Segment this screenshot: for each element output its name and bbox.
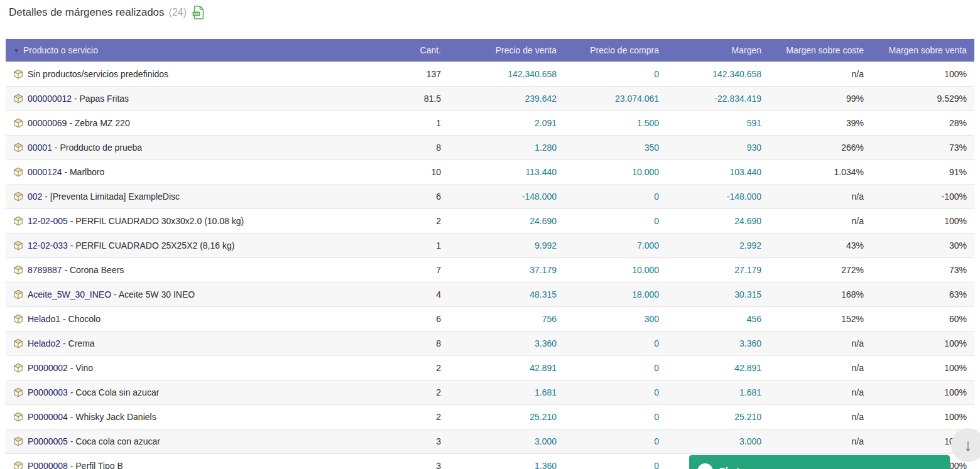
cell-precio-venta: 1.280 <box>449 136 564 160</box>
product-ref-link[interactable]: 8789887 <box>28 265 62 275</box>
margins-table-container: ▼Producto o servicio Cant. Precio de ven… <box>6 39 974 469</box>
column-header-margen-venta[interactable]: Margen sobre venta <box>871 39 974 62</box>
product-cube-icon <box>13 191 23 202</box>
cell-margen: 456 <box>667 307 769 332</box>
product-ref-link[interactable]: Helado1 <box>28 314 60 324</box>
table-row: 8789887 - Corona Beers 7 37.179 10.000 2… <box>6 258 974 283</box>
cell-margen: 24.690 <box>667 209 769 234</box>
cell-margen: 1.681 <box>667 380 769 405</box>
cell-margen-venta: -100% <box>871 185 974 209</box>
product-ref-link[interactable]: P0000005 <box>28 436 68 446</box>
margins-table: ▼Producto o servicio Cant. Precio de ven… <box>6 39 974 469</box>
cell-precio-compra: 0 <box>564 380 667 405</box>
product-ref-link[interactable]: 12-02-033 <box>28 240 68 251</box>
cell-margen-coste: n/a <box>769 405 871 429</box>
cell-margen-coste: n/a <box>769 332 871 356</box>
product-name: - Crema <box>60 338 94 348</box>
product-name: - Whisky Jack Daniels <box>68 412 156 422</box>
cell-precio-compra: 350 <box>564 136 667 160</box>
product-cube-icon <box>13 314 23 324</box>
cell-precio-compra: 1.500 <box>564 111 667 136</box>
product-ref-link[interactable]: 0000124 <box>28 167 62 177</box>
cell-margen-venta: 100% <box>871 332 974 356</box>
cell-margen-coste: 152% <box>769 307 871 332</box>
product-ref-link[interactable]: Aceite_5W_30_INEO <box>28 289 111 299</box>
chat-widget-label: Chat <box>719 463 739 469</box>
cell-margen: 103.440 <box>667 160 769 185</box>
product-cube-icon <box>13 240 23 251</box>
cell-margen-venta: 9.529% <box>871 87 974 111</box>
product-ref-link[interactable]: 00001 <box>28 143 52 153</box>
cell-margen-venta: 91% <box>871 160 974 185</box>
cell-cant: 2 <box>389 380 449 405</box>
cell-precio-venta: 24.690 <box>449 209 564 234</box>
cell-margen-venta: 60% <box>871 307 974 332</box>
cell-cant: 7 <box>389 258 449 283</box>
cell-margen-coste: 272% <box>769 258 871 283</box>
column-header-cant[interactable]: Cant. <box>389 39 449 62</box>
cell-margen-coste: n/a <box>769 185 871 209</box>
cell-margen: 2.992 <box>667 234 769 258</box>
product-name: - Zebra MZ 220 <box>67 118 129 128</box>
cell-precio-compra: 0 <box>564 356 667 380</box>
product-cube-icon <box>13 363 23 373</box>
product-ref-link[interactable]: Helado2 <box>28 338 60 348</box>
product-ref-link[interactable]: 00000069 <box>28 118 67 128</box>
cell-precio-compra: 18.000 <box>564 283 667 307</box>
product-cube-icon <box>13 412 23 422</box>
cell-cant: 6 <box>389 307 449 332</box>
table-row: P0000002 - Vino 2 42.891 0 42.891 n/a 10… <box>6 356 974 380</box>
product-cube-icon <box>13 69 23 79</box>
cell-margen-venta: 28% <box>871 111 974 136</box>
cell-margen-venta: 73% <box>871 258 974 283</box>
product-ref-link[interactable]: P0000004 <box>28 412 68 422</box>
column-header-margen-coste[interactable]: Margen sobre coste <box>769 39 871 62</box>
table-row: 12-02-033 - PERFIL CUADRADO 25X25X2 (8,1… <box>6 234 974 258</box>
cell-cant: 6 <box>389 185 449 209</box>
product-cube-icon <box>13 143 23 153</box>
table-row: P0000005 - Coca cola con azucar 3 3.000 … <box>6 429 974 454</box>
cell-margen-coste: n/a <box>769 62 871 87</box>
chat-widget-toast[interactable]: Chat <box>689 455 950 469</box>
product-ref-link[interactable]: 000000012 <box>28 94 72 104</box>
cell-precio-compra: 7.000 <box>564 234 667 258</box>
cell-margen-coste: n/a <box>769 356 871 380</box>
column-header-precio-compra[interactable]: Precio de compra <box>564 39 667 62</box>
product-ref-link[interactable]: P0000003 <box>28 387 68 397</box>
column-header-margen[interactable]: Margen <box>667 39 769 62</box>
table-row: Aceite_5W_30_INEO - Aceite 5W 30 INEO 4 … <box>6 283 974 307</box>
product-ref-link[interactable]: 12-02-005 <box>28 216 68 226</box>
table-row: Helado2 - Crema 8 3.360 0 3.360 n/a 100% <box>6 332 974 356</box>
cell-cant: 8 <box>389 136 449 160</box>
product-name: - Corona Beers <box>62 265 124 275</box>
cell-margen-coste: 39% <box>769 111 871 136</box>
cell-margen-coste: 266% <box>769 136 871 160</box>
cell-precio-compra: 0 <box>564 454 667 469</box>
cell-margen: 3.360 <box>667 332 769 356</box>
cell-precio-venta: 1.360 <box>449 454 564 469</box>
cell-precio-venta: 113.440 <box>449 160 564 185</box>
page-title: Detalles de márgenes realizados <box>9 6 165 19</box>
cell-margen-venta: 73% <box>871 136 974 160</box>
cell-margen-coste: 1.034% <box>769 160 871 185</box>
cell-margen: -22.834.419 <box>667 87 769 111</box>
product-ref-link[interactable]: P0000002 <box>28 363 68 373</box>
product-ref-link[interactable]: P0000008 <box>28 461 68 469</box>
cell-margen: 42.891 <box>667 356 769 380</box>
column-header-precio-venta[interactable]: Precio de venta <box>449 39 564 62</box>
csv-export-icon[interactable]: csv <box>192 6 204 19</box>
cell-precio-venta: 48.315 <box>449 283 564 307</box>
cell-margen-venta: 100% <box>871 356 974 380</box>
scroll-down-button[interactable]: ↓ <box>951 428 980 462</box>
cell-cant: 2 <box>389 209 449 234</box>
product-cube-icon <box>13 265 23 275</box>
cell-precio-venta: 239.642 <box>449 87 564 111</box>
column-header-producto[interactable]: ▼Producto o servicio <box>6 39 389 62</box>
product-name: - Marlboro <box>62 167 105 177</box>
product-ref-link[interactable]: 002 <box>28 191 42 202</box>
cell-precio-venta: 1.681 <box>449 380 564 405</box>
cell-precio-compra: 0 <box>564 185 667 209</box>
cell-margen-venta: 100% <box>871 405 974 429</box>
cell-precio-compra: 0 <box>564 405 667 429</box>
product-name: - Perfil Tipo B <box>68 461 123 469</box>
